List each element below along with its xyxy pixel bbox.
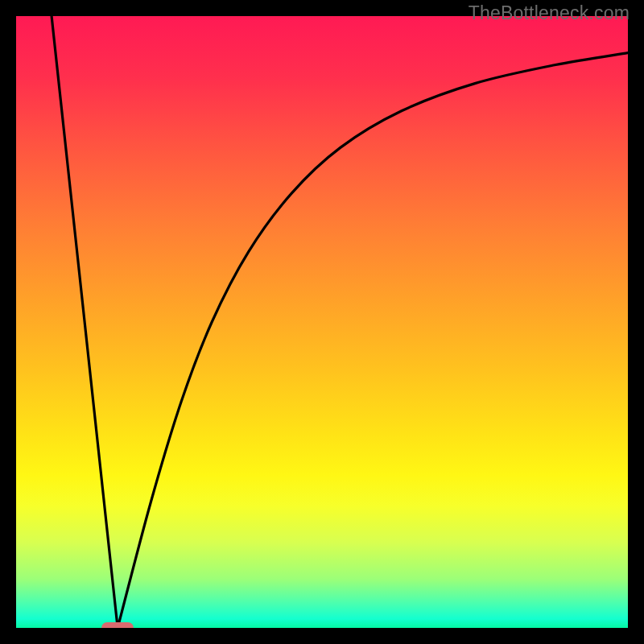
bottleneck-curve	[16, 16, 628, 628]
curve-path	[52, 16, 628, 628]
watermark-text: TheBottleneck.com	[469, 2, 630, 24]
plot-area	[16, 16, 628, 628]
optimal-point-marker	[101, 622, 134, 628]
chart-frame: TheBottleneck.com	[0, 0, 644, 644]
